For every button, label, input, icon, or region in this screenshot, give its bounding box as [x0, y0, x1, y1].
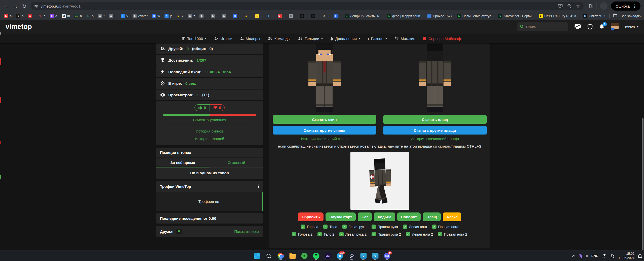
bookmark-item[interactable]: ▶ - [276, 14, 286, 19]
skin-history-link[interactable]: История скинов [196, 128, 223, 135]
user-menu[interactable]: ossva ▾ [625, 25, 638, 29]
part-toggle[interactable]: ✓ Голова 2 [292, 232, 312, 236]
notifications-bell-icon[interactable] [638, 254, 641, 257]
raters-list-link[interactable]: Список оценивших [193, 118, 226, 122]
shield-icon[interactable] [587, 24, 593, 30]
all-bookmarks-label[interactable]: Все закладки [621, 14, 641, 18]
steam-icon[interactable] [348, 252, 355, 260]
tab-seasonal[interactable]: Сезонный [210, 158, 263, 167]
checkbox-checked-icon[interactable]: ✓ [432, 225, 436, 229]
forward-icon[interactable]: → [13, 4, 18, 9]
bookmark-item[interactable]: ◆ - [209, 14, 219, 19]
part-toggle[interactable]: ✓ Тело [323, 225, 337, 229]
part-toggle[interactable]: ✓ Левая рука 2 [339, 232, 367, 236]
zoom-icon[interactable] [567, 4, 572, 9]
checkbox-checked-icon[interactable]: ✓ [342, 225, 347, 229]
download-cape-button[interactable]: Скачать плащ [383, 115, 487, 124]
bookmark-item[interactable]: ▮ d [48, 14, 59, 19]
telegram-icon[interactable]: ..17 [336, 252, 343, 260]
bookmark-item[interactable]: ▲ - [243, 14, 253, 19]
back-icon[interactable]: ← [4, 4, 9, 9]
show-all-friends-link[interactable]: Показать всех [234, 229, 259, 234]
vimeworld-icon-2[interactable]: V [372, 252, 379, 260]
bookmark-item[interactable]: ▶ a [3, 14, 13, 19]
checkbox-checked-icon[interactable]: ✓ [372, 232, 376, 236]
bookmark-item[interactable]: S Лендинги, сайты, м... [343, 14, 384, 19]
download-other-capes-button[interactable]: Скачать другие плащи [383, 126, 487, 135]
nav-moders[interactable]: Модеры [240, 36, 260, 41]
site-logo[interactable]: vimetop [6, 23, 32, 31]
site-search[interactable] [517, 22, 568, 31]
part-toggle[interactable]: ✓ Правая нога 2 [438, 232, 467, 236]
green-launcher-icon[interactable]: Y [301, 252, 308, 260]
language-indicator[interactable]: ENG [591, 254, 598, 258]
extensions-icon[interactable] [588, 4, 593, 9]
volume-icon[interactable] [611, 254, 615, 258]
bookmark-item[interactable]: ≡ - [231, 14, 241, 19]
bookmark-item[interactable]: F Прочее 1577 [426, 14, 454, 19]
file-explorer-icon[interactable] [289, 252, 296, 260]
part-toggle[interactable]: ✓ Левая рука [342, 225, 367, 229]
devices-icon[interactable] [574, 24, 581, 29]
tray-chevron-up-icon[interactable] [572, 255, 575, 258]
viewer-control-button[interactable]: Плащ [423, 212, 440, 221]
part-toggle[interactable]: ✓ Правая рука [372, 225, 398, 229]
microphone-icon[interactable] [586, 255, 588, 257]
tab-alltime[interactable]: За всё время [156, 158, 210, 167]
search-input[interactable] [526, 25, 564, 29]
discord-icon[interactable]: 9+ [384, 252, 391, 260]
viewer-control-button[interactable]: Пауза/Старт [326, 212, 356, 221]
nav-teams[interactable]: Команды [268, 36, 291, 41]
skin-download-history-link[interactable]: История скачиваний скина [301, 137, 348, 141]
checkbox-checked-icon[interactable]: ✓ [317, 232, 322, 236]
nav-misc[interactable]: i Разное ▾ [368, 36, 387, 41]
bookmark-item[interactable]: ● b [14, 14, 25, 19]
bookmark-star-icon[interactable]: ☆ [576, 4, 580, 9]
browser-profile-avatar[interactable] [600, 2, 608, 10]
bookmark-item[interactable]: ES n [73, 14, 84, 19]
viewer-control-button[interactable]: Алекс [443, 212, 461, 221]
nav-guilds[interactable]: Гильдии ▾ [298, 36, 323, 41]
address-bar[interactable]: vimetop.ru/player/Frog1 ☆ [31, 2, 584, 10]
bookmark-item[interactable]: ◆ t [96, 14, 106, 19]
trophies-scrollbar[interactable] [262, 192, 263, 211]
part-toggle[interactable]: ✓ Правая рука 2 [372, 232, 401, 236]
bookmark-item[interactable]: ◉ [26, 14, 35, 19]
bookmark-item[interactable]: E - [254, 14, 264, 19]
page-scrollbar[interactable] [642, 118, 643, 250]
bookmark-item[interactable]: ∪ Smsvk.net - Серви... [497, 14, 536, 19]
part-toggle[interactable]: ✓ Голова [301, 225, 318, 229]
media-in-screen-icon[interactable] [558, 4, 563, 9]
bookmark-item[interactable]: M m [60, 14, 72, 19]
nav-top1000[interactable]: Топ-1000 ▾ [181, 36, 207, 41]
bookmark-item[interactable]: ■ - [287, 14, 297, 19]
bookmark-item[interactable]: ◆ z [186, 14, 197, 19]
bookmark-item[interactable]: R s [85, 14, 95, 19]
bookmark-item[interactable]: ◆ - [220, 14, 230, 19]
viewer-control-button[interactable]: Бег [358, 212, 372, 221]
after-effects-icon[interactable]: Ae [325, 252, 332, 260]
checkbox-checked-icon[interactable]: ✓ [339, 232, 344, 236]
bookmark-item[interactable]: ◆ - [198, 14, 208, 19]
cape-history-link[interactable]: История плащей [195, 135, 224, 142]
bookmark-item[interactable]: V c [36, 14, 47, 19]
taskbar-search-button[interactable] [265, 252, 272, 260]
viewer-control-button[interactable]: Сбросить [298, 212, 324, 221]
start-button[interactable] [254, 252, 261, 260]
viewer-control-button[interactable]: Поворот [397, 212, 421, 221]
checkbox-checked-icon[interactable]: ✓ [403, 225, 407, 229]
part-toggle[interactable]: ✓ Тело 2 [317, 232, 334, 236]
download-skin-button[interactable]: Скачать скин [273, 115, 376, 124]
bell-icon[interactable]: 1 [599, 24, 605, 30]
part-toggle[interactable]: ✓ Левая нога [403, 225, 427, 229]
checkbox-checked-icon[interactable]: ✓ [438, 232, 442, 236]
info-icon[interactable]: i [258, 184, 259, 189]
dislike-button[interactable]: 0 [210, 104, 225, 111]
part-toggle[interactable]: ✓ Правая нога [432, 225, 458, 229]
bookmark-item[interactable]: ❖ - [265, 14, 275, 19]
checkbox-checked-icon[interactable]: ✓ [372, 225, 376, 229]
reload-icon[interactable]: ↻ [22, 4, 27, 9]
checkbox-checked-icon[interactable]: ✓ [301, 225, 305, 229]
checkbox-checked-icon[interactable]: ✓ [323, 225, 328, 229]
bookmark-item[interactable]: ■ - [298, 14, 308, 19]
